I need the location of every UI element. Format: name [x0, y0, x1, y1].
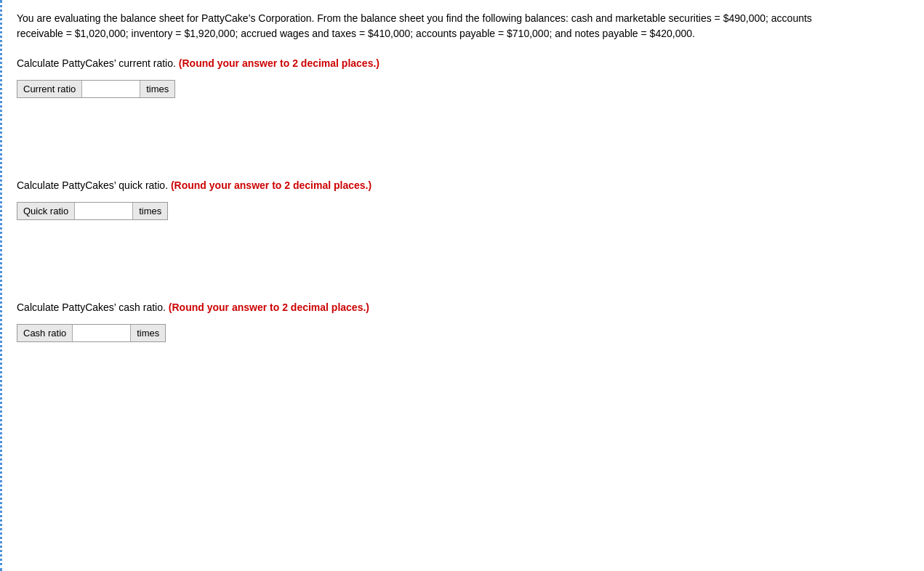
cash-ratio-prompt: Calculate PattyCakes’ cash ratio. (Round… [17, 300, 909, 315]
quick-ratio-prompt-text: Calculate PattyCakes’ quick ratio. [17, 179, 168, 191]
intro-text: You are evaluating the balance sheet for… [17, 11, 816, 41]
current-ratio-section: Calculate PattyCakes’ current ratio. (Ro… [17, 56, 909, 98]
quick-ratio-section: Calculate PattyCakes’ quick ratio. (Roun… [17, 178, 909, 220]
quick-ratio-input-row: Quick ratio times [17, 202, 168, 220]
page-container: You are evaluating the balance sheet for… [0, 0, 924, 571]
current-ratio-prompt: Calculate PattyCakes’ current ratio. (Ro… [17, 56, 909, 71]
current-ratio-label: Current ratio [17, 81, 82, 97]
cash-ratio-times: times [131, 325, 165, 341]
cash-ratio-prompt-highlight: (Round your answer to 2 decimal places.) [169, 301, 369, 313]
cash-ratio-section: Calculate PattyCakes’ cash ratio. (Round… [17, 300, 909, 342]
quick-ratio-input[interactable] [75, 203, 133, 219]
cash-ratio-input-row: Cash ratio times [17, 324, 166, 342]
quick-ratio-label: Quick ratio [17, 203, 75, 219]
current-ratio-times: times [140, 81, 174, 97]
quick-ratio-times: times [133, 203, 167, 219]
current-ratio-prompt-highlight: (Round your answer to 2 decimal places.) [179, 57, 379, 69]
quick-ratio-prompt: Calculate PattyCakes’ quick ratio. (Roun… [17, 178, 909, 193]
cash-ratio-label: Cash ratio [17, 325, 73, 341]
cash-ratio-input[interactable] [73, 325, 131, 341]
spacer-1 [17, 120, 909, 178]
current-ratio-input-row: Current ratio times [17, 80, 175, 98]
cash-ratio-prompt-text: Calculate PattyCakes’ cash ratio. [17, 301, 166, 313]
current-ratio-prompt-text: Calculate PattyCakes’ current ratio. [17, 57, 176, 69]
current-ratio-input[interactable] [82, 81, 140, 97]
quick-ratio-prompt-highlight: (Round your answer to 2 decimal places.) [171, 179, 371, 191]
spacer-2 [17, 242, 909, 300]
